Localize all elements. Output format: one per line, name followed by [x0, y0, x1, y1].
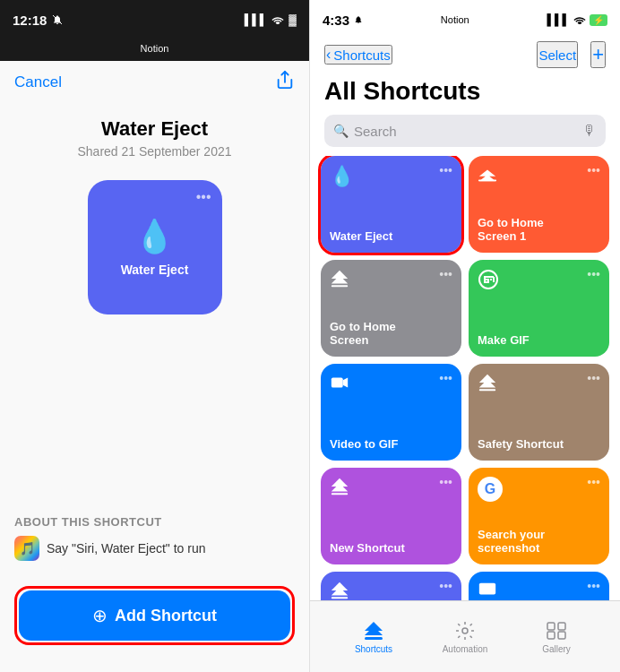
right-nav-actions: Select + — [537, 41, 606, 68]
gif-icon — [478, 269, 499, 290]
card-label: Water Eject — [121, 263, 189, 277]
shortcut-subtitle: Shared 21 September 2021 — [77, 144, 231, 159]
layers-icon-bottom1 — [330, 581, 349, 600]
tile-dots-water-eject[interactable]: ••• — [439, 163, 452, 177]
water-eject-wrapper: 💧 ••• Water Eject — [321, 156, 461, 253]
page-title: All Shortcuts — [310, 75, 620, 115]
right-status-bar: 4:33 Notion ▌▌▌ ⚡ — [310, 0, 620, 39]
bell-slash-icon — [52, 14, 63, 25]
right-signal: ▌▌▌ — [547, 13, 570, 26]
tile-label-safety: Safety Shortcut — [478, 437, 564, 452]
tile-go-home-1[interactable]: ••• Go to HomeScreen 1 — [469, 156, 609, 253]
tile-go-home-2[interactable]: ••• Go to HomeScreen — [321, 260, 461, 357]
tile-video-gif[interactable]: ••• Video to GIF — [321, 364, 461, 461]
left-time: 12:18 — [13, 13, 47, 28]
add-shortcut-container: ⊕ Add Shortcut — [0, 575, 309, 672]
tile-label-newshortcut: New Shortcut — [330, 541, 405, 556]
tile-dots-screenshot[interactable]: ••• — [587, 475, 600, 489]
gallery-tab-label: Gallery — [542, 644, 571, 654]
svg-rect-11 — [479, 389, 495, 391]
share-icon[interactable] — [275, 70, 295, 94]
left-battery: ▓ — [288, 13, 297, 26]
search-bar[interactable]: 🔍 Search 🎙 — [324, 115, 606, 147]
svg-rect-21 — [365, 637, 383, 640]
tile-water-eject[interactable]: 💧 ••• Water Eject — [321, 156, 461, 253]
right-status-icons: ▌▌▌ ⚡ — [547, 13, 607, 26]
tile-dots-home2[interactable]: ••• — [439, 267, 452, 281]
layers-icon-home1 — [478, 165, 497, 185]
svg-rect-14 — [332, 493, 348, 495]
monitor-icon — [478, 581, 497, 600]
tile-label-home1: Go to HomeScreen 1 — [478, 216, 544, 244]
about-row: 🎵 Say "Siri, Water Eject" to run — [14, 536, 295, 561]
tile-safety[interactable]: ••• Safety Shortcut — [469, 364, 609, 461]
tile-label-screenshot: Search yourscreenshot — [478, 528, 545, 556]
shortcuts-grid: 💧 ••• Water Eject ••• Go to HomeScreen 1… — [310, 156, 620, 600]
tab-gallery[interactable]: Gallery — [530, 620, 583, 654]
google-icon: G — [478, 477, 503, 502]
water-drop-icon: 💧 — [134, 218, 175, 255]
automation-tab-label: Automation — [443, 644, 488, 654]
tile-dots-newshortcut[interactable]: ••• — [439, 475, 452, 489]
layers-icon-home2 — [330, 269, 349, 289]
card-dots[interactable]: ••• — [196, 189, 211, 205]
video-icon — [330, 373, 349, 392]
left-content: Water Eject Shared 21 September 2021 💧 •… — [0, 99, 309, 515]
svg-rect-2 — [478, 180, 496, 182]
add-button[interactable]: + — [590, 41, 606, 68]
right-nav: ‹ Shortcuts Select + — [310, 39, 620, 75]
right-bell-slash-icon — [354, 14, 363, 25]
tile-dots-makegif[interactable]: ••• — [587, 267, 600, 281]
tile-dots-home1[interactable]: ••• — [587, 163, 600, 177]
siri-icon: 🎵 — [14, 536, 39, 561]
tile-dots-bottom2[interactable]: ••• — [587, 579, 600, 593]
automation-tab-icon — [454, 620, 476, 642]
about-section: About This Shortcut 🎵 Say "Siri, Water E… — [0, 515, 309, 575]
svg-point-22 — [462, 628, 468, 633]
water-drop-tile-icon: 💧 — [330, 165, 452, 188]
tile-bottom1[interactable]: ••• — [321, 572, 461, 600]
tile-screenshot[interactable]: G ••• Search yourscreenshot — [469, 468, 609, 564]
back-button[interactable]: ‹ Shortcuts — [324, 45, 392, 65]
left-nav: Cancel — [0, 61, 309, 99]
left-signal: ▌▌▌ — [245, 13, 268, 26]
battery-charging-icon: ⚡ — [590, 14, 607, 26]
tab-bar: Shortcuts Automation Gallery — [310, 600, 620, 672]
tile-make-gif[interactable]: ••• Make GIF — [469, 260, 609, 357]
about-title: About This Shortcut — [14, 515, 295, 529]
shortcuts-tab-label: Shortcuts — [355, 644, 392, 654]
right-time: 4:33 — [323, 13, 349, 28]
layers-icon-newshortcut — [330, 477, 349, 496]
svg-rect-24 — [558, 623, 565, 630]
tile-bottom2[interactable]: ••• — [469, 572, 609, 600]
tab-automation[interactable]: Automation — [438, 620, 492, 654]
mic-icon[interactable]: 🎙 — [582, 123, 597, 139]
svg-marker-8 — [343, 378, 349, 388]
tile-label-home2: Go to HomeScreen — [330, 320, 396, 348]
left-status-bar: 12:18 ▌▌▌ ▓ — [0, 0, 309, 39]
shortcut-title: Water Eject — [101, 117, 208, 141]
right-notion-label: Notion — [441, 14, 469, 25]
add-shortcut-button[interactable]: ⊕ Add Shortcut — [19, 590, 290, 641]
select-button[interactable]: Select — [537, 41, 578, 68]
tile-dots-safety[interactable]: ••• — [587, 371, 600, 385]
tile-label-makegif: Make GIF — [478, 333, 530, 348]
svg-rect-17 — [332, 597, 348, 599]
shortcut-card-large: 💧 ••• Water Eject — [88, 180, 222, 314]
tile-new-shortcut[interactable]: ••• New Shortcut — [321, 468, 461, 564]
cancel-button[interactable]: Cancel — [14, 73, 62, 91]
back-chevron-icon: ‹ — [326, 47, 331, 63]
tile-dots-videogif[interactable]: ••• — [439, 371, 452, 385]
tab-shortcuts[interactable]: Shortcuts — [347, 620, 400, 654]
tile-dots-bottom1[interactable]: ••• — [439, 579, 452, 593]
search-icon: 🔍 — [333, 124, 349, 138]
tile-label-water-eject: Water Eject — [330, 229, 392, 244]
svg-rect-23 — [547, 623, 555, 630]
search-placeholder: Search — [354, 124, 577, 139]
shortcuts-tab-icon — [363, 620, 384, 642]
plus-circle-icon: ⊕ — [92, 605, 108, 626]
right-panel: 4:33 Notion ▌▌▌ ⚡ ‹ Shortcuts Select + A… — [310, 0, 620, 672]
add-shortcut-label: Add Shortcut — [115, 607, 217, 625]
add-shortcut-btn-wrapper: ⊕ Add Shortcut — [14, 586, 295, 645]
tile-label-videogif: Video to GIF — [330, 437, 398, 452]
